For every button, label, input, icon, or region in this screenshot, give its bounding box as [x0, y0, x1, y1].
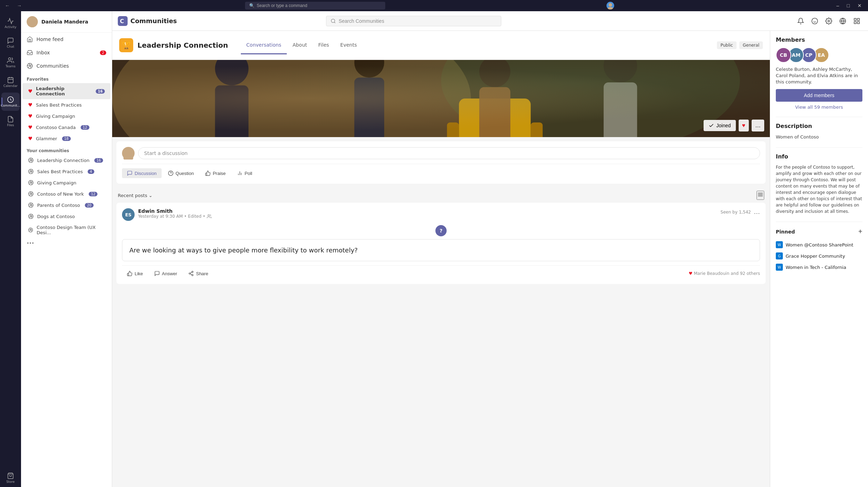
inbox-nav[interactable]: Inbox 2 [21, 46, 112, 59]
joined-label: Joined [716, 123, 731, 128]
like-button[interactable]: ♥ [739, 120, 749, 131]
teams-logo-icon: C [118, 16, 128, 26]
svg-point-47 [168, 171, 173, 175]
topbar-search[interactable] [326, 16, 501, 26]
favorite-glammer[interactable]: ♥ Glammer 18 [22, 133, 110, 144]
svg-rect-3 [8, 77, 13, 83]
nav-forward-button[interactable]: → [15, 2, 24, 9]
post-dot: • [203, 214, 205, 219]
members-text: Celeste Burton, Ashley McCarthy, Carol P… [776, 66, 862, 86]
tab-conversations[interactable]: Conversations [241, 36, 287, 54]
sidebar-item-chat[interactable]: Chat [1, 34, 20, 52]
sidebar: Daniela Mandera Home feed Inbox 2 Commun… [21, 11, 112, 487]
sidebar-item-files[interactable]: Files [1, 112, 20, 130]
svg-rect-42 [479, 87, 510, 137]
avatar[interactable] [606, 2, 614, 9]
icon-bar: Activity Chat Teams Calendar Communit...… [0, 11, 21, 487]
post-type-praise[interactable]: Praise [200, 168, 231, 178]
filter-icon [757, 191, 764, 198]
settings-button[interactable] [823, 15, 834, 27]
emoji-button[interactable] [809, 15, 820, 27]
post-type-discussion[interactable]: Discussion [122, 168, 162, 178]
like-action-button[interactable]: Like [122, 269, 148, 278]
sidebar-item-store[interactable]: Store [1, 469, 20, 487]
pinned-item-icon: W [776, 264, 783, 271]
communities-label: Communit... [1, 104, 20, 107]
reactions-text: Marie Beaudouin and 92 others [694, 271, 760, 276]
answer-action-button[interactable]: Answer [149, 269, 182, 278]
community-dogs-at-contoso[interactable]: Dogs at Contoso [22, 211, 110, 222]
communities-nav[interactable]: Communities [21, 59, 112, 73]
pinned-header: Pinned + [776, 228, 862, 236]
close-button[interactable]: ✕ [854, 1, 865, 10]
community-sales-best-practices[interactable]: Sales Best Practices 4 [22, 166, 110, 177]
grid-button[interactable] [851, 15, 862, 27]
user-avatar [27, 16, 38, 27]
feed-filter-dropdown[interactable]: Recent posts ⌄ [118, 193, 152, 198]
sidebar-item-teams[interactable]: Teams [1, 53, 20, 72]
more-button[interactable]: ••• [21, 238, 112, 249]
sidebar-item-communities[interactable]: Communit... [1, 93, 20, 111]
community-logo: 🏆 [119, 38, 133, 52]
view-all-members-link[interactable]: View all 59 members [776, 104, 862, 110]
nav-back-button[interactable]: ← [3, 2, 12, 9]
community-contoso-design[interactable]: Contoso Design Team (UX Desi... [22, 222, 110, 238]
favorite-constoso-canada[interactable]: ♥ Constoso Canada 12 [22, 122, 110, 133]
post-more-button[interactable]: … [754, 208, 760, 216]
feed-layout-button[interactable] [757, 191, 764, 200]
titlebar-search-input[interactable] [257, 3, 381, 8]
community-icon [28, 169, 34, 174]
community-contoso-new-york[interactable]: Contoso of New York 12 [22, 188, 110, 199]
titlebar-search[interactable]: 🔍 [245, 2, 385, 9]
home-icon [27, 36, 33, 42]
topbar-icons [795, 15, 862, 27]
home-feed-label: Home feed [36, 36, 63, 42]
more-options-button[interactable]: … [752, 120, 764, 131]
community-giving-campaign[interactable]: Giving Campaign [22, 177, 110, 188]
sidebar-user[interactable]: Daniela Mandera [21, 11, 112, 33]
share-action-button[interactable]: Share [183, 269, 213, 278]
joined-button[interactable]: Joined [704, 120, 735, 131]
post-type-question[interactable]: Question [163, 168, 199, 178]
ellipsis-icon: ••• [27, 241, 34, 246]
community-parents-of-contoso[interactable]: Parents of Contoso 20 [22, 199, 110, 211]
sidebar-item-calendar[interactable]: Calendar [1, 73, 20, 91]
pinned-item[interactable]: G Grace Hopper Community [776, 250, 862, 262]
svg-point-41 [479, 60, 510, 87]
divider [776, 117, 862, 117]
favorite-giving-campaign[interactable]: ♥ Giving Campaign [22, 110, 110, 122]
svg-text:C: C [120, 18, 124, 25]
svg-point-21 [331, 19, 335, 22]
community-item-label: Sales Best Practices [37, 169, 83, 174]
pinned-item[interactable]: W Women @Contoso SharePoint [776, 239, 862, 250]
home-feed-nav[interactable]: Home feed [21, 33, 112, 46]
pinned-item[interactable]: W Women in Tech - California [776, 262, 862, 273]
maximize-button[interactable]: □ [843, 1, 853, 10]
main-content: C Communities [112, 11, 868, 487]
svg-rect-27 [854, 18, 856, 20]
info-text: For the people of Contoso to support, am… [776, 164, 862, 215]
svg-rect-29 [857, 21, 860, 23]
post-header: ES Edwin Smith Yesterday at 9:30 AM • Ed… [122, 208, 760, 221]
notifications-button[interactable] [795, 15, 806, 27]
post-input[interactable]: Start a discussion [138, 147, 760, 159]
add-members-button[interactable]: Add members [776, 89, 862, 102]
community-badge: 20 [85, 203, 94, 208]
tab-files[interactable]: Files [313, 36, 335, 54]
topbar-search-input[interactable] [339, 18, 497, 24]
poll-label: Poll [245, 171, 252, 176]
favorite-leadership-connection[interactable]: ♥ Leadership Connection 16 [22, 83, 110, 99]
community-leadership-connection[interactable]: Leadership Connection 16 [22, 155, 110, 166]
question-label: Question [176, 171, 194, 176]
community-badge: 16 [94, 158, 103, 163]
member-avatar[interactable]: CB [776, 47, 791, 63]
sidebar-item-activity[interactable]: Activity [1, 14, 20, 32]
favorite-sales-best-practices[interactable]: ♥ Sales Best Practices [22, 99, 110, 110]
tab-about[interactable]: About [287, 36, 312, 54]
store-label: Store [6, 480, 15, 483]
pinned-add-button[interactable]: + [858, 228, 862, 236]
minimize-button[interactable]: – [833, 1, 843, 10]
post-type-poll[interactable]: Poll [232, 168, 257, 178]
tab-events[interactable]: Events [335, 36, 362, 54]
globe-button[interactable] [837, 15, 848, 27]
